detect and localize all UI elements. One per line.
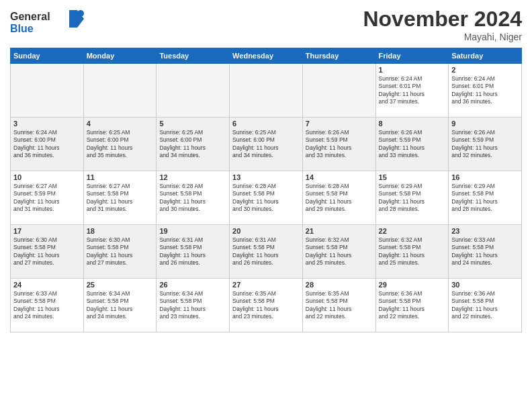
day-info: Sunrise: 6:24 AM Sunset: 6:01 PM Dayligh… xyxy=(451,75,519,106)
calendar-cell: 20Sunrise: 6:31 AM Sunset: 5:58 PM Dayli… xyxy=(230,225,303,279)
col-saturday: Saturday xyxy=(449,48,522,64)
day-info: Sunrise: 6:26 AM Sunset: 5:59 PM Dayligh… xyxy=(306,129,373,160)
day-number: 10 xyxy=(13,173,81,181)
calendar-week-5: 24Sunrise: 6:33 AM Sunset: 5:58 PM Dayli… xyxy=(11,279,522,332)
calendar-cell: 18Sunrise: 6:30 AM Sunset: 5:58 PM Dayli… xyxy=(83,225,157,279)
calendar-cell: 11Sunrise: 6:27 AM Sunset: 5:58 PM Dayli… xyxy=(83,171,157,225)
day-info: Sunrise: 6:36 AM Sunset: 5:58 PM Dayligh… xyxy=(379,290,446,321)
day-number: 12 xyxy=(159,173,226,181)
day-number: 5 xyxy=(159,120,226,128)
calendar-cell: 12Sunrise: 6:28 AM Sunset: 5:58 PM Dayli… xyxy=(157,171,230,225)
col-monday: Monday xyxy=(83,48,157,64)
day-info: Sunrise: 6:31 AM Sunset: 5:58 PM Dayligh… xyxy=(232,236,300,267)
day-number: 20 xyxy=(232,227,300,235)
day-number: 6 xyxy=(232,120,300,128)
day-info: Sunrise: 6:30 AM Sunset: 5:58 PM Dayligh… xyxy=(87,236,154,267)
day-info: Sunrise: 6:27 AM Sunset: 5:59 PM Dayligh… xyxy=(13,183,81,214)
calendar-week-1: 1Sunrise: 6:24 AM Sunset: 6:01 PM Daylig… xyxy=(11,64,522,118)
calendar-cell xyxy=(230,64,303,118)
day-number: 22 xyxy=(379,227,446,235)
day-info: Sunrise: 6:32 AM Sunset: 5:58 PM Dayligh… xyxy=(379,236,446,267)
calendar-cell: 22Sunrise: 6:32 AM Sunset: 5:58 PM Dayli… xyxy=(375,225,449,279)
day-info: Sunrise: 6:31 AM Sunset: 5:58 PM Dayligh… xyxy=(159,236,226,267)
calendar-cell: 21Sunrise: 6:32 AM Sunset: 5:58 PM Dayli… xyxy=(302,225,375,279)
svg-text:General: General xyxy=(10,11,50,22)
logo: General Blue xyxy=(10,7,84,40)
day-number: 9 xyxy=(451,120,519,128)
day-info: Sunrise: 6:24 AM Sunset: 6:00 PM Dayligh… xyxy=(13,129,81,160)
day-info: Sunrise: 6:26 AM Sunset: 5:59 PM Dayligh… xyxy=(451,129,519,160)
calendar-cell: 29Sunrise: 6:36 AM Sunset: 5:58 PM Dayli… xyxy=(375,279,449,332)
calendar-cell: 9Sunrise: 6:26 AM Sunset: 5:59 PM Daylig… xyxy=(449,118,522,171)
day-number: 1 xyxy=(379,66,446,74)
day-info: Sunrise: 6:33 AM Sunset: 5:58 PM Dayligh… xyxy=(13,290,81,321)
day-number: 8 xyxy=(379,120,446,128)
calendar-cell: 16Sunrise: 6:29 AM Sunset: 5:58 PM Dayli… xyxy=(449,171,522,225)
day-number: 18 xyxy=(87,227,154,235)
day-number: 28 xyxy=(306,281,373,289)
calendar-cell: 26Sunrise: 6:34 AM Sunset: 5:58 PM Dayli… xyxy=(157,279,230,332)
day-info: Sunrise: 6:28 AM Sunset: 5:58 PM Dayligh… xyxy=(232,183,300,214)
day-number: 27 xyxy=(232,281,300,289)
month-title: November 2024 xyxy=(363,7,522,32)
day-number: 2 xyxy=(451,66,519,74)
day-number: 14 xyxy=(306,173,373,181)
calendar-cell: 2Sunrise: 6:24 AM Sunset: 6:01 PM Daylig… xyxy=(449,64,522,118)
day-info: Sunrise: 6:33 AM Sunset: 5:58 PM Dayligh… xyxy=(451,236,519,267)
day-info: Sunrise: 6:26 AM Sunset: 5:59 PM Dayligh… xyxy=(379,129,446,160)
calendar-cell: 28Sunrise: 6:35 AM Sunset: 5:58 PM Dayli… xyxy=(302,279,375,332)
calendar-cell: 30Sunrise: 6:36 AM Sunset: 5:58 PM Dayli… xyxy=(449,279,522,332)
col-thursday: Thursday xyxy=(302,48,375,64)
day-number: 26 xyxy=(159,281,226,289)
day-info: Sunrise: 6:35 AM Sunset: 5:58 PM Dayligh… xyxy=(306,290,373,321)
day-number: 3 xyxy=(13,120,81,128)
day-info: Sunrise: 6:34 AM Sunset: 5:58 PM Dayligh… xyxy=(87,290,154,321)
page-container: General Blue November 2024 Mayahi, Niger… xyxy=(0,0,532,339)
col-sunday: Sunday xyxy=(11,48,84,64)
title-area: November 2024 Mayahi, Niger xyxy=(363,7,522,42)
calendar-week-4: 17Sunrise: 6:30 AM Sunset: 5:58 PM Dayli… xyxy=(11,225,522,279)
day-info: Sunrise: 6:34 AM Sunset: 5:58 PM Dayligh… xyxy=(159,290,226,321)
calendar-cell: 3Sunrise: 6:24 AM Sunset: 6:00 PM Daylig… xyxy=(11,118,84,171)
col-friday: Friday xyxy=(375,48,449,64)
calendar-cell: 19Sunrise: 6:31 AM Sunset: 5:58 PM Dayli… xyxy=(157,225,230,279)
logo-text: General Blue xyxy=(10,7,84,40)
day-number: 21 xyxy=(306,227,373,235)
day-info: Sunrise: 6:29 AM Sunset: 5:58 PM Dayligh… xyxy=(451,183,519,214)
day-info: Sunrise: 6:32 AM Sunset: 5:58 PM Dayligh… xyxy=(306,236,373,267)
day-number: 15 xyxy=(379,173,446,181)
calendar-week-2: 3Sunrise: 6:24 AM Sunset: 6:00 PM Daylig… xyxy=(11,118,522,171)
calendar-cell: 5Sunrise: 6:25 AM Sunset: 6:00 PM Daylig… xyxy=(157,118,230,171)
day-number: 25 xyxy=(87,281,154,289)
day-info: Sunrise: 6:29 AM Sunset: 5:58 PM Dayligh… xyxy=(379,183,446,214)
day-info: Sunrise: 6:25 AM Sunset: 6:00 PM Dayligh… xyxy=(159,129,226,160)
day-info: Sunrise: 6:35 AM Sunset: 5:58 PM Dayligh… xyxy=(232,290,300,321)
calendar-cell: 7Sunrise: 6:26 AM Sunset: 5:59 PM Daylig… xyxy=(302,118,375,171)
calendar-cell: 14Sunrise: 6:28 AM Sunset: 5:58 PM Dayli… xyxy=(302,171,375,225)
day-number: 17 xyxy=(13,227,81,235)
calendar-cell xyxy=(157,64,230,118)
day-number: 13 xyxy=(232,173,300,181)
day-number: 30 xyxy=(451,281,519,289)
day-info: Sunrise: 6:30 AM Sunset: 5:58 PM Dayligh… xyxy=(13,236,81,267)
calendar-cell: 4Sunrise: 6:25 AM Sunset: 6:00 PM Daylig… xyxy=(83,118,157,171)
calendar-cell: 10Sunrise: 6:27 AM Sunset: 5:59 PM Dayli… xyxy=(11,171,84,225)
day-number: 23 xyxy=(451,227,519,235)
calendar-cell: 8Sunrise: 6:26 AM Sunset: 5:59 PM Daylig… xyxy=(375,118,449,171)
calendar-cell: 24Sunrise: 6:33 AM Sunset: 5:58 PM Dayli… xyxy=(11,279,84,332)
svg-point-4 xyxy=(77,10,84,17)
calendar-cell xyxy=(83,64,157,118)
calendar-cell: 25Sunrise: 6:34 AM Sunset: 5:58 PM Dayli… xyxy=(83,279,157,332)
calendar-cell: 13Sunrise: 6:28 AM Sunset: 5:58 PM Dayli… xyxy=(230,171,303,225)
svg-text:Blue: Blue xyxy=(10,23,34,34)
day-info: Sunrise: 6:28 AM Sunset: 5:58 PM Dayligh… xyxy=(159,183,226,214)
calendar-cell: 15Sunrise: 6:29 AM Sunset: 5:58 PM Dayli… xyxy=(375,171,449,225)
calendar-cell: 23Sunrise: 6:33 AM Sunset: 5:58 PM Dayli… xyxy=(449,225,522,279)
calendar-week-3: 10Sunrise: 6:27 AM Sunset: 5:59 PM Dayli… xyxy=(11,171,522,225)
day-info: Sunrise: 6:36 AM Sunset: 5:58 PM Dayligh… xyxy=(451,290,519,321)
col-wednesday: Wednesday xyxy=(230,48,303,64)
header: General Blue November 2024 Mayahi, Niger xyxy=(10,7,522,42)
day-number: 11 xyxy=(87,173,154,181)
day-info: Sunrise: 6:28 AM Sunset: 5:58 PM Dayligh… xyxy=(306,183,373,214)
day-number: 24 xyxy=(13,281,81,289)
